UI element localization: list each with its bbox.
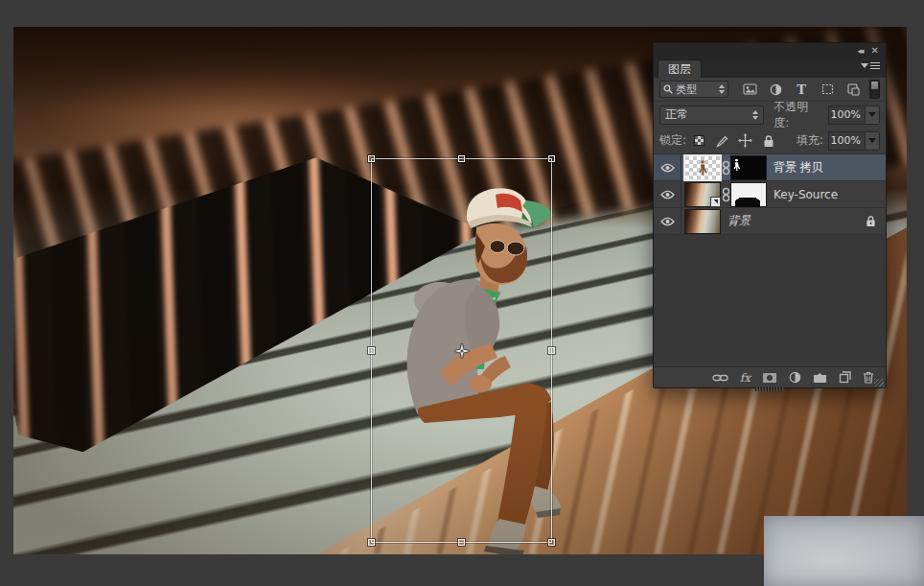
opacity-value[interactable]: 100% [828,105,865,125]
layer-style-icon[interactable]: fx [740,371,751,385]
search-icon [663,84,673,94]
new-group-icon[interactable] [813,372,827,384]
layer-list: 背景 拷贝 Key-Source 背景 [654,153,886,235]
adjustment-layer-icon[interactable] [789,371,801,384]
floating-preview-image [764,516,924,586]
layer-name[interactable]: Key-Source [774,188,838,201]
opacity-dropdown-button[interactable] [865,105,880,125]
lock-all-icon[interactable] [761,134,775,148]
visibility-eye-icon[interactable] [654,181,681,207]
blend-mode-select[interactable]: 正常 [659,105,764,125]
visibility-eye-icon[interactable] [654,154,681,180]
type-filter-icon[interactable]: T [794,82,809,97]
layer-name[interactable]: 背景 拷贝 [774,159,823,176]
panel-tabbar: 图层 [654,59,886,78]
layer-thumbnail[interactable] [685,210,720,233]
blend-mode-value: 正常 [665,106,752,123]
fill-dropdown-button[interactable] [865,131,880,151]
filter-type-label: 类型 [676,82,716,97]
lock-label: 锁定: [659,132,686,149]
filter-type-select[interactable]: 类型 [659,81,728,98]
photoshop-workspace: { "window": { "background_color": "#3a3a… [0,0,924,586]
smart-object-badge [710,197,721,207]
close-panel-icon[interactable]: ✕ [871,46,879,56]
free-transform-box[interactable] [371,158,552,543]
figure-thumbnail-icon [696,158,709,177]
add-mask-icon[interactable] [762,372,777,384]
link-layers-icon[interactable] [712,373,728,383]
shape-filter-icon[interactable] [820,82,835,97]
layer-thumbnail[interactable] [685,183,720,206]
blend-mode-row: 正常 不透明度: 100% [654,102,886,128]
layer-mask-thumbnail[interactable] [731,156,766,179]
transform-handle-w[interactable] [368,347,375,354]
layer-row-background[interactable]: 背景 [654,208,886,235]
smart-object-filter-icon[interactable] [845,82,861,97]
background-lock-icon [866,215,876,227]
layer-name[interactable]: 背景 [728,213,751,229]
layer-thumbnail[interactable] [685,156,720,179]
pixel-filter-icon[interactable] [742,82,757,97]
fill-label: 填充: [797,132,823,149]
mask-link-icon[interactable] [721,186,730,203]
select-spinner-icon [719,84,725,94]
opacity-label: 不透明度: [774,99,823,131]
transform-center-reference[interactable] [454,343,470,359]
panel-footer: fx [654,366,886,387]
layer-row-key-source[interactable]: Key-Source [654,181,886,208]
filter-toggle-switch[interactable] [869,80,880,99]
adjustment-filter-icon[interactable] [768,82,783,97]
tab-layers-label: 图层 [668,61,691,78]
layer-filter-row: 类型 T [654,78,886,102]
lock-position-icon[interactable] [738,134,752,148]
collapse-panel-icon[interactable]: ◂◂ [858,47,863,56]
mask-figure-icon [731,156,742,174]
transform-handle-n[interactable] [458,155,465,162]
visibility-eye-icon[interactable] [654,208,681,234]
transform-handle-s[interactable] [458,539,465,546]
transform-handle-nw[interactable] [368,155,375,162]
panel-titlebar[interactable]: ◂◂ ✕ [654,43,886,59]
transform-handle-se[interactable] [548,539,555,546]
panel-corner-grip[interactable] [874,379,884,387]
panel-menu-icon[interactable] [861,62,880,69]
select-spinner-icon [752,110,758,120]
mask-link-icon[interactable] [721,159,730,176]
filter-icons: T [742,82,861,97]
delete-layer-icon[interactable] [863,371,874,384]
transform-handle-sw[interactable] [368,539,375,546]
lock-icons [692,134,775,148]
lock-transparency-icon[interactable] [692,134,706,148]
layer-mask-thumbnail[interactable] [731,183,766,206]
transform-handle-e[interactable] [548,347,555,354]
lock-pixels-icon[interactable] [715,134,729,148]
layer-list-empty-area[interactable] [654,235,886,366]
layer-row-background-copy[interactable]: 背景 拷贝 [654,154,886,181]
layers-panel: ◂◂ ✕ 图层 类型 [653,42,887,388]
panel-resize-grip[interactable] [755,387,784,391]
lock-row: 锁定: 填充: 100% [654,128,886,153]
panel-body: 类型 T 正常 [654,78,886,387]
tab-layers[interactable]: 图层 [658,59,702,78]
new-layer-icon[interactable] [839,371,851,384]
transform-handle-ne[interactable] [548,155,555,162]
fill-value[interactable]: 100% [828,131,865,151]
